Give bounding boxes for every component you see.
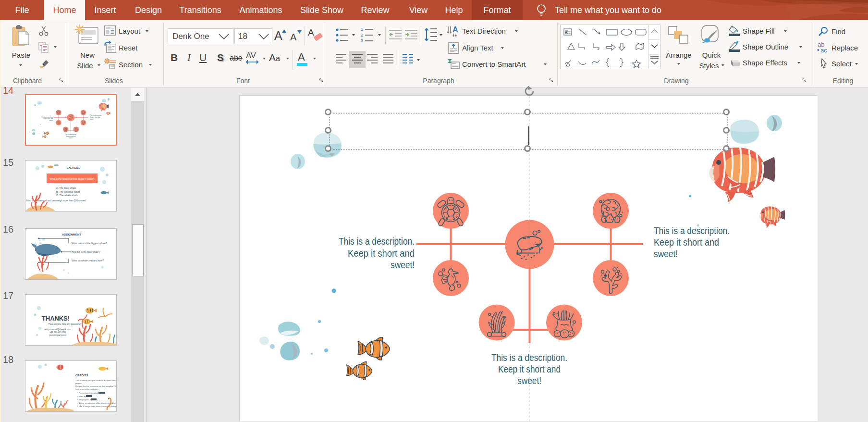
svg-text:2: 2 [361, 33, 363, 37]
svg-text:A: A [565, 30, 568, 35]
svg-text:How big is the blue whale?: How big is the blue whale? [72, 250, 100, 253]
svg-text:• Presentation template by: • Presentation template by [77, 392, 101, 394]
svg-text:C. The whale shark: C. The whale shark [56, 194, 78, 197]
svg-text:3: 3 [361, 38, 363, 43]
svg-text:project.: project. [75, 382, 82, 385]
svg-text:Did you like the resources on: Did you like the resources on this templ… [75, 385, 116, 387]
svg-text:EXERCISE: EXERCISE [67, 166, 80, 169]
svg-text:+91 620 421 838: +91 620 421 838 [49, 331, 66, 334]
svg-text:What mass of the biggest whale: What mass of the biggest whale? [72, 242, 107, 245]
svg-text:ac: ac [820, 47, 827, 53]
svg-text:free at our other websites:: free at our other websites: [75, 388, 98, 390]
svg-text:yourcompany.com: yourcompany.com [49, 334, 67, 336]
svg-text:THANKS!: THANKS! [42, 315, 70, 322]
svg-text:Have anyone here any questions: Have anyone here any questions? [49, 323, 82, 325]
svg-text:What is the largest animal fou: What is the largest animal found in wate… [49, 177, 94, 180]
svg-text:• Text & Image slide photo cre: • Text & Image slide photo created by Fr… [77, 405, 116, 408]
svg-text:CREDITS: CREDITS [75, 374, 88, 377]
svg-text:addyouremail@freepik.com: addyouremail@freepik.com [45, 328, 71, 331]
svg-text:A. The blue whale: A. The blue whale [56, 186, 76, 189]
svg-text:• Icons by: • Icons by [77, 395, 86, 397]
svg-text:1: 1 [361, 27, 363, 32]
svg-text:B. The colossal squid: B. The colossal squid [56, 190, 80, 193]
svg-text:• Infographics by: • Infographics by [77, 398, 93, 401]
svg-text:What do whales eat and how?: What do whales eat and how? [72, 259, 104, 262]
svg-text:A: A [452, 25, 458, 34]
svg-text:This is where you give credit: This is where you give credit to the one… [75, 379, 116, 382]
svg-text:ASSIGNMENT: ASSIGNMENT [62, 233, 81, 236]
